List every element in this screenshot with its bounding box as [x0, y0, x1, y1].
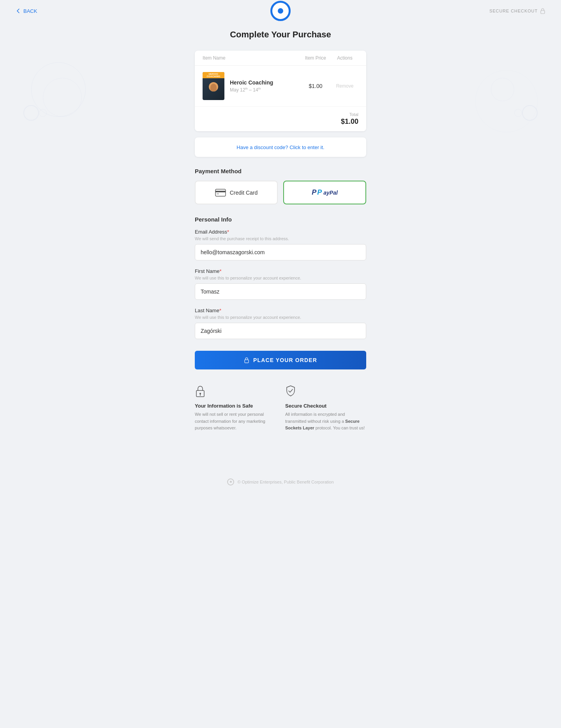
credit-card-label: Credit Card: [230, 190, 258, 196]
paypal-option[interactable]: PPayPal: [283, 181, 366, 204]
page-title: Complete Your Purchase: [195, 30, 366, 40]
back-arrow-icon: [16, 8, 21, 14]
footer-logo-inner: [230, 481, 232, 483]
trust-secure-desc: All information is encrypted and transmi…: [285, 411, 366, 432]
order-total: Total $1.00: [195, 107, 366, 131]
thumbnail-person: [210, 84, 217, 91]
email-hint: We will send the purchase receipt to thi…: [195, 236, 366, 241]
col-actions: Actions: [331, 55, 358, 61]
thumbnail-badge: HEROICCOACHING: [203, 72, 224, 78]
credit-card-icon: [215, 189, 226, 197]
thumbnail-avatar: [209, 82, 218, 91]
first-name-field-group: First Name* We will use this to personal…: [195, 268, 366, 300]
logo: [270, 1, 291, 21]
logo-inner: [278, 8, 283, 14]
item-details: Heroic Coaching May 12th – 14th: [230, 79, 300, 93]
place-order-button[interactable]: PLACE YOUR ORDER: [195, 351, 366, 369]
trust-item-secure-checkout: Secure Checkout All information is encry…: [285, 385, 366, 432]
svg-rect-1: [215, 189, 226, 196]
col-item-name: Item Name: [203, 55, 300, 61]
first-name-hint: We will use this to personalize your acc…: [195, 276, 366, 280]
payment-methods: Credit Card PPayPal: [195, 181, 366, 204]
lock-icon: [540, 8, 545, 14]
last-name-hint: We will use this to personalize your acc…: [195, 315, 366, 320]
trust-secure-title: Secure Checkout: [285, 403, 366, 409]
last-name-input[interactable]: [195, 323, 366, 339]
trust-safe-title: Your Information is Safe: [195, 403, 276, 409]
secure-label: SECURE CHECKOUT: [489, 9, 538, 13]
footer-logo: [227, 478, 234, 485]
last-name-field-group: Last Name* We will use this to personali…: [195, 308, 366, 339]
table-header: Item Name Item Price Actions: [195, 51, 366, 66]
item-info: HEROICCOACHING Heroic Coaching May 12th …: [203, 72, 300, 100]
personal-info-section: Personal Info Email Address* We will sen…: [195, 216, 366, 339]
secure-checkout: SECURE CHECKOUT: [489, 8, 545, 14]
email-label: Email Address*: [195, 229, 366, 235]
svg-rect-4: [245, 360, 249, 363]
lock-trust-icon: [195, 385, 276, 399]
header: BACK SECURE CHECKOUT: [0, 0, 561, 22]
trust-item-info-safe: Your Information is Safe We will not sel…: [195, 385, 276, 432]
item-thumbnail: HEROICCOACHING: [203, 72, 224, 100]
back-label: BACK: [23, 8, 37, 14]
last-name-label: Last Name*: [195, 308, 366, 313]
shield-icon: [285, 385, 366, 399]
order-table: Item Name Item Price Actions HEROICCOACH…: [195, 51, 366, 131]
first-name-required-star: *: [220, 268, 222, 274]
discount-text: Have a discount code? Click to enter it.: [236, 144, 324, 150]
svg-rect-2: [215, 191, 226, 192]
main-content: Complete Your Purchase Item Name Item Pr…: [187, 22, 374, 471]
footer: © Optimize Enterprises, Public Benefit C…: [0, 471, 561, 493]
trust-safe-desc: We will not sell or rent your personal c…: [195, 411, 276, 432]
payment-title: Payment Method: [195, 168, 366, 174]
credit-card-option[interactable]: Credit Card: [195, 181, 278, 204]
paypal-logo: PPayPal: [312, 188, 338, 197]
item-name: Heroic Coaching: [230, 79, 300, 86]
logo-circle: [270, 1, 291, 21]
footer-copyright: © Optimize Enterprises, Public Benefit C…: [237, 480, 333, 484]
back-button[interactable]: BACK: [16, 8, 37, 14]
item-price: $1.00: [300, 83, 331, 89]
last-name-required-star: *: [219, 308, 221, 313]
svg-rect-3: [217, 193, 219, 194]
email-field-group: Email Address* We will send the purchase…: [195, 229, 366, 260]
remove-button[interactable]: Remove: [331, 83, 358, 89]
total-amount: $1.00: [341, 118, 358, 126]
svg-rect-0: [541, 11, 545, 14]
email-required-star: *: [227, 229, 229, 235]
item-date: May 12th – 14th: [230, 87, 300, 93]
first-name-label: First Name*: [195, 268, 366, 274]
table-row: HEROICCOACHING Heroic Coaching May 12th …: [195, 66, 366, 107]
place-order-label: PLACE YOUR ORDER: [253, 357, 317, 363]
total-label: Total: [349, 112, 358, 117]
trust-section: Your Information is Safe We will not sel…: [195, 385, 366, 432]
discount-bar[interactable]: Have a discount code? Click to enter it.: [195, 137, 366, 157]
payment-section: Payment Method Credit Card PPayPal: [195, 168, 366, 204]
email-input[interactable]: [195, 244, 366, 260]
first-name-input[interactable]: [195, 283, 366, 300]
lock-icon-btn: [244, 357, 249, 363]
personal-info-title: Personal Info: [195, 216, 366, 223]
col-item-price: Item Price: [300, 55, 331, 61]
